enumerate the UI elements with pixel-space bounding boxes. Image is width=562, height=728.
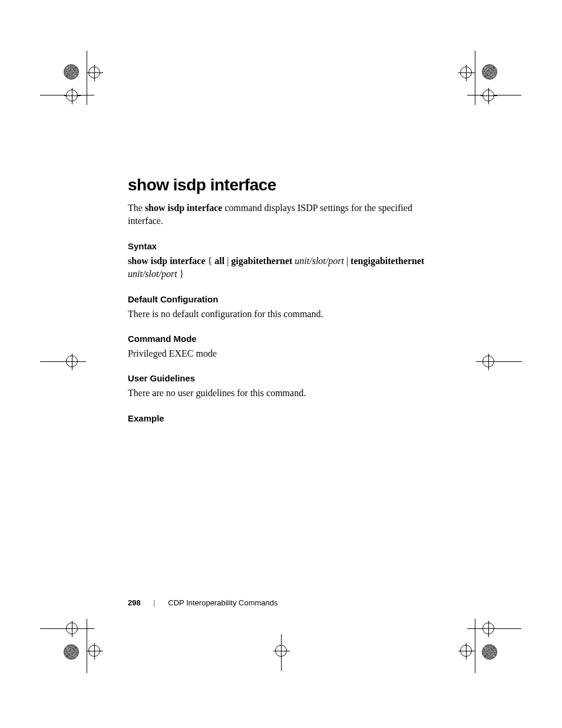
user-guidelines-heading: User Guidelines [128, 373, 440, 383]
syntax-heading: Syntax [128, 241, 440, 251]
footer-separator: | [153, 598, 155, 607]
page-content: show isdp interface The show isdp interf… [128, 176, 440, 427]
example-heading: Example [128, 413, 440, 423]
default-config-heading: Default Configuration [128, 294, 440, 304]
page-number: 298 [128, 598, 141, 607]
page-footer: 298 | CDP Interoperability Commands [128, 598, 278, 607]
command-title: show isdp interface [128, 176, 440, 195]
syntax-body: show isdp interface { all | gigabitether… [128, 255, 440, 281]
user-guidelines-body: There are no user guidelines for this co… [128, 387, 440, 400]
default-config-body: There is no default configuration for th… [128, 308, 440, 321]
footer-section-title: CDP Interoperability Commands [168, 598, 277, 607]
command-description: The show isdp interface command displays… [128, 202, 440, 228]
command-mode-heading: Command Mode [128, 334, 440, 344]
command-mode-body: Privileged EXEC mode [128, 347, 440, 360]
